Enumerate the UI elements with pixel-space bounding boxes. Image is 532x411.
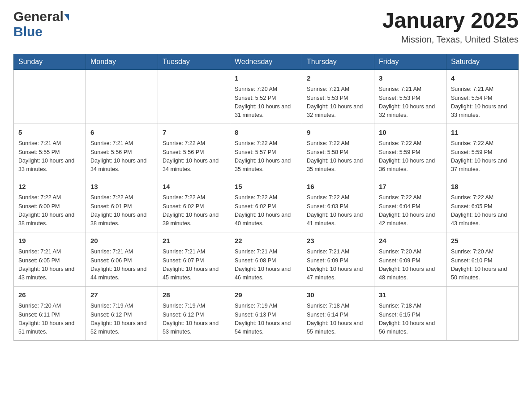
day-info: Sunrise: 7:22 AM Sunset: 5:58 PM Dayligh…: [307, 139, 369, 174]
calendar-cell: 5Sunrise: 7:21 AM Sunset: 5:55 PM Daylig…: [14, 124, 86, 178]
title-section: January 2025 Mission, Texas, United Stat…: [382, 9, 519, 45]
day-number: 21: [163, 236, 225, 246]
calendar-cell: 10Sunrise: 7:22 AM Sunset: 5:59 PM Dayli…: [374, 124, 446, 178]
calendar-cell: [14, 69, 86, 124]
day-number: 28: [163, 290, 225, 300]
day-number: 3: [379, 73, 442, 84]
day-info: Sunrise: 7:19 AM Sunset: 6:13 PM Dayligh…: [235, 302, 297, 337]
logo-general-text: General: [13, 9, 64, 24]
day-number: 7: [163, 128, 225, 138]
day-info: Sunrise: 7:20 AM Sunset: 5:52 PM Dayligh…: [235, 85, 297, 120]
logo-blue-text: Blue: [13, 24, 43, 39]
calendar-cell: 18Sunrise: 7:22 AM Sunset: 6:05 PM Dayli…: [446, 178, 519, 232]
day-of-week-header: Friday: [374, 54, 446, 69]
location-text: Mission, Texas, United States: [382, 34, 519, 45]
day-info: Sunrise: 7:20 AM Sunset: 6:11 PM Dayligh…: [18, 302, 81, 337]
day-info: Sunrise: 7:21 AM Sunset: 6:06 PM Dayligh…: [90, 248, 153, 283]
day-info: Sunrise: 7:21 AM Sunset: 6:05 PM Dayligh…: [18, 248, 81, 283]
day-number: 15: [235, 182, 297, 192]
calendar-table: SundayMondayTuesdayWednesdayThursdayFrid…: [13, 54, 519, 341]
day-info: Sunrise: 7:18 AM Sunset: 6:15 PM Dayligh…: [379, 302, 442, 337]
calendar-cell: 19Sunrise: 7:21 AM Sunset: 6:05 PM Dayli…: [14, 232, 86, 286]
calendar-cell: 22Sunrise: 7:21 AM Sunset: 6:08 PM Dayli…: [230, 232, 302, 286]
day-of-week-header: Wednesday: [230, 54, 302, 69]
calendar-header: SundayMondayTuesdayWednesdayThursdayFrid…: [14, 54, 519, 69]
calendar-week-row: 19Sunrise: 7:21 AM Sunset: 6:05 PM Dayli…: [14, 232, 519, 286]
day-of-week-header: Saturday: [446, 54, 519, 69]
day-info: Sunrise: 7:22 AM Sunset: 6:05 PM Dayligh…: [451, 193, 514, 228]
day-number: 6: [90, 128, 153, 138]
day-info: Sunrise: 7:18 AM Sunset: 6:14 PM Dayligh…: [307, 302, 369, 337]
day-number: 25: [451, 236, 514, 246]
calendar-cell: 13Sunrise: 7:22 AM Sunset: 6:01 PM Dayli…: [86, 178, 158, 232]
day-info: Sunrise: 7:22 AM Sunset: 6:04 PM Dayligh…: [379, 193, 442, 228]
day-number: 11: [451, 128, 514, 138]
day-number: 17: [379, 182, 442, 192]
calendar-cell: 1Sunrise: 7:20 AM Sunset: 5:52 PM Daylig…: [230, 69, 302, 124]
day-number: 10: [379, 128, 442, 138]
day-number: 1: [235, 73, 297, 84]
day-number: 20: [90, 236, 153, 246]
calendar-body: 1Sunrise: 7:20 AM Sunset: 5:52 PM Daylig…: [14, 69, 519, 340]
day-info: Sunrise: 7:19 AM Sunset: 6:12 PM Dayligh…: [90, 302, 153, 337]
day-info: Sunrise: 7:21 AM Sunset: 5:53 PM Dayligh…: [379, 85, 442, 120]
day-of-week-header: Sunday: [14, 54, 86, 69]
header-row: SundayMondayTuesdayWednesdayThursdayFrid…: [14, 54, 519, 69]
calendar-cell: 28Sunrise: 7:19 AM Sunset: 6:12 PM Dayli…: [158, 286, 230, 340]
day-of-week-header: Thursday: [302, 54, 374, 69]
month-title: January 2025: [382, 9, 519, 33]
day-info: Sunrise: 7:20 AM Sunset: 6:09 PM Dayligh…: [379, 248, 442, 283]
calendar-cell: 3Sunrise: 7:21 AM Sunset: 5:53 PM Daylig…: [374, 69, 446, 124]
day-info: Sunrise: 7:20 AM Sunset: 6:10 PM Dayligh…: [451, 248, 514, 283]
calendar-cell: 26Sunrise: 7:20 AM Sunset: 6:11 PM Dayli…: [14, 286, 86, 340]
calendar-cell: 29Sunrise: 7:19 AM Sunset: 6:13 PM Dayli…: [230, 286, 302, 340]
day-number: 16: [307, 182, 369, 192]
calendar-cell: 7Sunrise: 7:22 AM Sunset: 5:56 PM Daylig…: [158, 124, 230, 178]
calendar-cell: 14Sunrise: 7:22 AM Sunset: 6:02 PM Dayli…: [158, 178, 230, 232]
logo: General Blue: [13, 9, 69, 39]
day-number: 26: [18, 290, 81, 300]
day-info: Sunrise: 7:21 AM Sunset: 5:55 PM Dayligh…: [18, 139, 81, 174]
calendar-cell: 2Sunrise: 7:21 AM Sunset: 5:53 PM Daylig…: [302, 69, 374, 124]
day-of-week-header: Tuesday: [158, 54, 230, 69]
calendar-cell: 6Sunrise: 7:21 AM Sunset: 5:56 PM Daylig…: [86, 124, 158, 178]
calendar-week-row: 26Sunrise: 7:20 AM Sunset: 6:11 PM Dayli…: [14, 286, 519, 340]
calendar-cell: [446, 286, 519, 340]
day-number: 18: [451, 182, 514, 192]
calendar-cell: 11Sunrise: 7:22 AM Sunset: 5:59 PM Dayli…: [446, 124, 519, 178]
calendar-cell: 15Sunrise: 7:22 AM Sunset: 6:02 PM Dayli…: [230, 178, 302, 232]
day-number: 9: [307, 128, 369, 138]
calendar-week-row: 5Sunrise: 7:21 AM Sunset: 5:55 PM Daylig…: [14, 124, 519, 178]
logo-triangle-icon: [64, 14, 69, 21]
day-number: 22: [235, 236, 297, 246]
day-number: 31: [379, 290, 442, 300]
day-number: 4: [451, 73, 514, 84]
calendar-cell: [158, 69, 230, 124]
day-info: Sunrise: 7:21 AM Sunset: 5:54 PM Dayligh…: [451, 85, 514, 120]
day-number: 23: [307, 236, 369, 246]
day-number: 30: [307, 290, 369, 300]
day-info: Sunrise: 7:21 AM Sunset: 6:07 PM Dayligh…: [163, 248, 225, 283]
page-header: General Blue January 2025 Mission, Texas…: [13, 9, 519, 45]
calendar-cell: 17Sunrise: 7:22 AM Sunset: 6:04 PM Dayli…: [374, 178, 446, 232]
day-number: 13: [90, 182, 153, 192]
day-number: 8: [235, 128, 297, 138]
calendar-cell: 16Sunrise: 7:22 AM Sunset: 6:03 PM Dayli…: [302, 178, 374, 232]
day-of-week-header: Monday: [86, 54, 158, 69]
day-number: 24: [379, 236, 442, 246]
calendar-cell: 8Sunrise: 7:22 AM Sunset: 5:57 PM Daylig…: [230, 124, 302, 178]
day-info: Sunrise: 7:22 AM Sunset: 5:59 PM Dayligh…: [379, 139, 442, 174]
calendar-cell: 31Sunrise: 7:18 AM Sunset: 6:15 PM Dayli…: [374, 286, 446, 340]
day-info: Sunrise: 7:21 AM Sunset: 6:08 PM Dayligh…: [235, 248, 297, 283]
day-info: Sunrise: 7:22 AM Sunset: 5:57 PM Dayligh…: [235, 139, 297, 174]
calendar-cell: 20Sunrise: 7:21 AM Sunset: 6:06 PM Dayli…: [86, 232, 158, 286]
day-info: Sunrise: 7:22 AM Sunset: 6:02 PM Dayligh…: [163, 193, 225, 228]
day-number: 19: [18, 236, 81, 246]
calendar-cell: 24Sunrise: 7:20 AM Sunset: 6:09 PM Dayli…: [374, 232, 446, 286]
day-info: Sunrise: 7:22 AM Sunset: 6:01 PM Dayligh…: [90, 193, 153, 228]
day-number: 12: [18, 182, 81, 192]
day-info: Sunrise: 7:21 AM Sunset: 5:53 PM Dayligh…: [307, 85, 369, 120]
day-number: 2: [307, 73, 369, 84]
day-info: Sunrise: 7:22 AM Sunset: 5:56 PM Dayligh…: [163, 139, 225, 174]
calendar-week-row: 12Sunrise: 7:22 AM Sunset: 6:00 PM Dayli…: [14, 178, 519, 232]
